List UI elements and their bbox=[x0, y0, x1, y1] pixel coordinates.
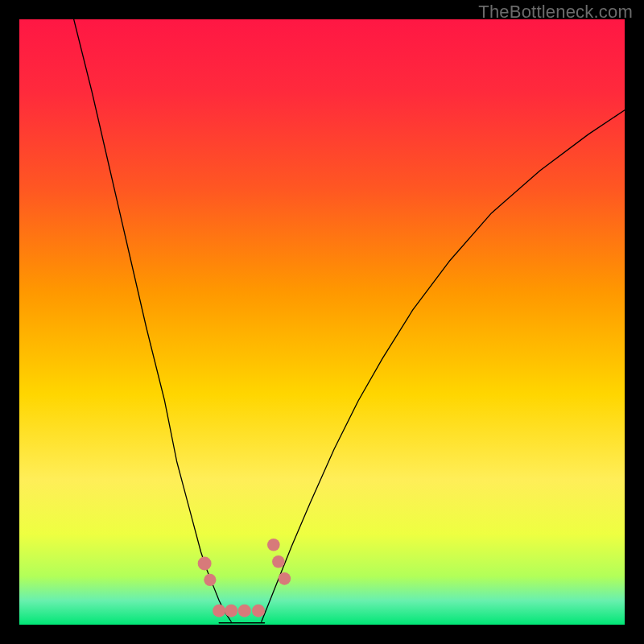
marker-bottom-lozenge-right bbox=[252, 605, 265, 617]
marker-left-marker-lower bbox=[204, 574, 216, 586]
watermark-label: TheBottleneck.com bbox=[478, 2, 633, 23]
marker-right-marker-top bbox=[267, 539, 280, 551]
chart-frame: TheBottleneck.com bbox=[0, 0, 644, 644]
plot-svg bbox=[19, 19, 625, 625]
marker-left-marker-upper bbox=[198, 557, 212, 571]
marker-right-marker-lower bbox=[279, 572, 291, 585]
marker-bottom-lozenge-mid2 bbox=[238, 605, 251, 617]
plot-area bbox=[19, 19, 625, 625]
gradient-background bbox=[19, 19, 625, 625]
marker-bottom-lozenge-mid1 bbox=[225, 605, 237, 617]
marker-right-marker-upper bbox=[272, 555, 285, 568]
marker-bottom-lozenge-left bbox=[213, 605, 225, 617]
